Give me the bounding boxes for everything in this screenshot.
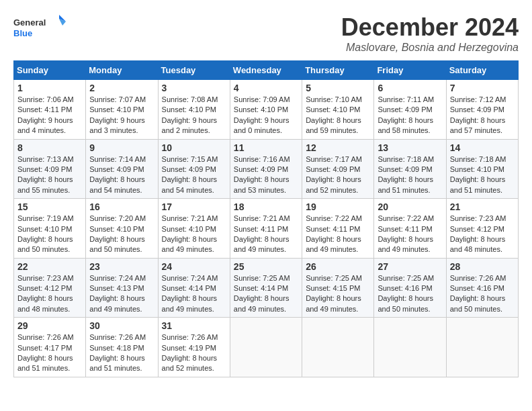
daylight-text: Daylight: 8 hours and 49 minutes. [89, 294, 145, 312]
sunset-text: Sunset: 4:09 PM [234, 165, 288, 173]
calendar-week-1: 1 Sunrise: 7:06 AM Sunset: 4:11 PM Dayli… [14, 80, 519, 140]
day-info: Sunrise: 7:22 AM Sunset: 4:11 PM Dayligh… [306, 214, 370, 255]
sunrise-text: Sunrise: 7:25 AM [234, 274, 290, 282]
day-info: Sunrise: 7:10 AM Sunset: 4:10 PM Dayligh… [306, 95, 370, 136]
daylight-text: Daylight: 9 hours and 4 minutes. [17, 116, 73, 134]
calendar-cell: 12 Sunrise: 7:17 AM Sunset: 4:09 PM Dayl… [302, 139, 374, 199]
sunrise-text: Sunrise: 7:26 AM [89, 333, 146, 341]
calendar-cell: 23 Sunrise: 7:24 AM Sunset: 4:13 PM Dayl… [86, 258, 158, 318]
daylight-text: Daylight: 8 hours and 53 minutes. [234, 175, 290, 193]
calendar-header-saturday: Saturday [446, 61, 518, 80]
calendar-cell: 10 Sunrise: 7:15 AM Sunset: 4:09 PM Dayl… [158, 139, 230, 199]
day-number: 8 [17, 142, 82, 153]
sunrise-text: Sunrise: 7:08 AM [162, 95, 218, 103]
day-number: 17 [162, 201, 226, 212]
calendar-header-wednesday: Wednesday [230, 61, 302, 80]
sunrise-text: Sunrise: 7:17 AM [306, 155, 362, 163]
daylight-text: Daylight: 8 hours and 50 minutes. [378, 294, 433, 312]
calendar-cell: 14 Sunrise: 7:18 AM Sunset: 4:10 PM Dayl… [446, 139, 518, 199]
day-number: 21 [450, 201, 515, 212]
sunset-text: Sunset: 4:10 PM [17, 225, 72, 233]
day-number: 27 [378, 261, 442, 272]
day-number: 26 [306, 261, 370, 272]
day-info: Sunrise: 7:20 AM Sunset: 4:10 PM Dayligh… [89, 214, 154, 255]
calendar-cell: 7 Sunrise: 7:12 AM Sunset: 4:09 PM Dayli… [446, 80, 518, 140]
daylight-text: Daylight: 8 hours and 49 minutes. [234, 294, 290, 312]
sunrise-text: Sunrise: 7:06 AM [17, 95, 74, 103]
calendar-cell: 1 Sunrise: 7:06 AM Sunset: 4:11 PM Dayli… [14, 80, 86, 140]
day-number: 4 [234, 83, 298, 93]
sunset-text: Sunset: 4:15 PM [306, 284, 360, 292]
calendar-cell: 3 Sunrise: 7:08 AM Sunset: 4:10 PM Dayli… [158, 80, 230, 140]
calendar-header-thursday: Thursday [302, 61, 374, 80]
day-info: Sunrise: 7:23 AM Sunset: 4:12 PM Dayligh… [17, 273, 82, 315]
day-number: 10 [162, 142, 226, 153]
calendar-cell: 26 Sunrise: 7:25 AM Sunset: 4:15 PM Dayl… [302, 258, 374, 318]
calendar-week-3: 15 Sunrise: 7:19 AM Sunset: 4:10 PM Dayl… [14, 199, 519, 259]
day-info: Sunrise: 7:11 AM Sunset: 4:09 PM Dayligh… [378, 95, 442, 136]
day-number: 2 [89, 83, 154, 93]
day-info: Sunrise: 7:23 AM Sunset: 4:12 PM Dayligh… [450, 214, 515, 255]
calendar-cell: 11 Sunrise: 7:16 AM Sunset: 4:09 PM Dayl… [230, 139, 302, 199]
day-info: Sunrise: 7:25 AM Sunset: 4:16 PM Dayligh… [378, 273, 442, 315]
day-number: 16 [89, 201, 154, 212]
daylight-text: Daylight: 8 hours and 49 minutes. [162, 294, 218, 312]
sunset-text: Sunset: 4:12 PM [450, 225, 504, 233]
sunset-text: Sunset: 4:10 PM [162, 105, 216, 113]
daylight-text: Daylight: 8 hours and 49 minutes. [234, 235, 290, 253]
daylight-text: Daylight: 9 hours and 3 minutes. [89, 116, 145, 134]
day-number: 7 [450, 83, 515, 93]
day-number: 29 [17, 320, 82, 331]
sunrise-text: Sunrise: 7:18 AM [450, 155, 506, 163]
day-info: Sunrise: 7:12 AM Sunset: 4:09 PM Dayligh… [450, 95, 515, 136]
title-section: December 2024 Maslovare, Bosnia and Herz… [341, 13, 519, 54]
sunrise-text: Sunrise: 7:22 AM [378, 214, 434, 222]
sunset-text: Sunset: 4:11 PM [306, 225, 360, 233]
calendar-week-2: 8 Sunrise: 7:13 AM Sunset: 4:09 PM Dayli… [14, 139, 519, 199]
day-info: Sunrise: 7:06 AM Sunset: 4:11 PM Dayligh… [17, 95, 82, 136]
day-info: Sunrise: 7:26 AM Sunset: 4:18 PM Dayligh… [89, 332, 154, 374]
sunset-text: Sunset: 4:10 PM [234, 105, 288, 113]
day-info: Sunrise: 7:14 AM Sunset: 4:09 PM Dayligh… [89, 154, 154, 196]
sunrise-text: Sunrise: 7:10 AM [306, 95, 362, 103]
calendar-header-sunday: Sunday [14, 61, 86, 80]
calendar-cell: 15 Sunrise: 7:19 AM Sunset: 4:10 PM Dayl… [14, 199, 86, 259]
daylight-text: Daylight: 8 hours and 49 minutes. [306, 235, 361, 253]
calendar-week-4: 22 Sunrise: 7:23 AM Sunset: 4:12 PM Dayl… [14, 258, 519, 318]
sunset-text: Sunset: 4:10 PM [162, 225, 216, 233]
calendar-cell [230, 318, 302, 377]
day-info: Sunrise: 7:22 AM Sunset: 4:11 PM Dayligh… [378, 214, 442, 255]
day-info: Sunrise: 7:26 AM Sunset: 4:19 PM Dayligh… [162, 332, 226, 374]
sunrise-text: Sunrise: 7:09 AM [234, 95, 290, 103]
calendar-cell: 13 Sunrise: 7:18 AM Sunset: 4:09 PM Dayl… [374, 139, 446, 199]
day-number: 3 [162, 83, 226, 93]
sunrise-text: Sunrise: 7:15 AM [162, 155, 218, 163]
sunrise-text: Sunrise: 7:23 AM [450, 214, 506, 222]
day-info: Sunrise: 7:09 AM Sunset: 4:10 PM Dayligh… [234, 95, 298, 136]
day-info: Sunrise: 7:13 AM Sunset: 4:09 PM Dayligh… [17, 154, 82, 196]
calendar-table: SundayMondayTuesdayWednesdayThursdayFrid… [13, 60, 519, 377]
sunrise-text: Sunrise: 7:24 AM [89, 274, 146, 282]
calendar-cell: 6 Sunrise: 7:11 AM Sunset: 4:09 PM Dayli… [374, 80, 446, 140]
daylight-text: Daylight: 8 hours and 50 minutes. [17, 235, 73, 253]
daylight-text: Daylight: 8 hours and 49 minutes. [378, 235, 433, 253]
calendar-cell: 27 Sunrise: 7:25 AM Sunset: 4:16 PM Dayl… [374, 258, 446, 318]
daylight-text: Daylight: 8 hours and 54 minutes. [162, 175, 218, 193]
sunrise-text: Sunrise: 7:26 AM [162, 333, 218, 341]
daylight-text: Daylight: 8 hours and 49 minutes. [162, 235, 218, 253]
sunset-text: Sunset: 4:17 PM [17, 344, 72, 352]
daylight-text: Daylight: 8 hours and 49 minutes. [306, 294, 361, 312]
day-number: 9 [89, 142, 154, 153]
sunrise-text: Sunrise: 7:14 AM [89, 155, 146, 163]
sunrise-text: Sunrise: 7:22 AM [306, 214, 362, 222]
day-number: 24 [162, 261, 226, 272]
daylight-text: Daylight: 9 hours and 0 minutes. [234, 116, 290, 134]
day-info: Sunrise: 7:19 AM Sunset: 4:10 PM Dayligh… [17, 214, 82, 255]
day-number: 6 [378, 83, 442, 93]
calendar-cell: 31 Sunrise: 7:26 AM Sunset: 4:19 PM Dayl… [158, 318, 230, 377]
sunrise-text: Sunrise: 7:20 AM [89, 214, 146, 222]
day-number: 31 [162, 320, 226, 331]
sunset-text: Sunset: 4:09 PM [306, 165, 360, 173]
sunset-text: Sunset: 4:09 PM [450, 105, 504, 113]
daylight-text: Daylight: 8 hours and 59 minutes. [306, 116, 361, 134]
